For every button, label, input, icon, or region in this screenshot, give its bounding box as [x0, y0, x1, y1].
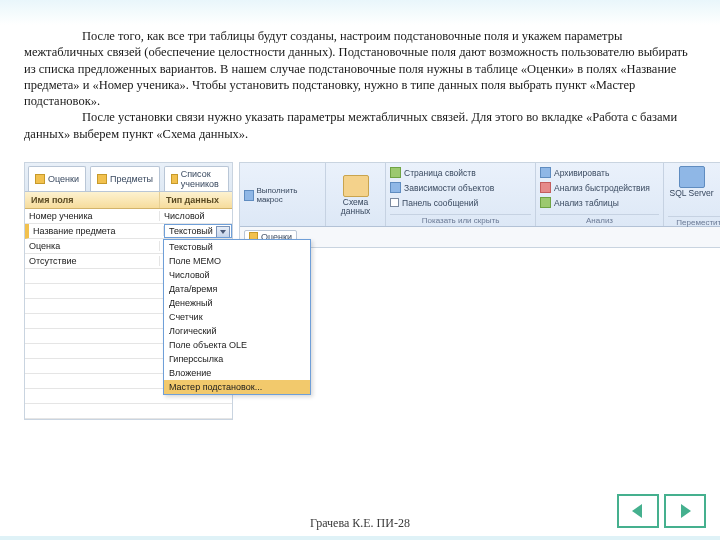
dd-item[interactable]: Числовой	[164, 268, 310, 282]
prev-slide-button[interactable]	[617, 494, 659, 528]
ribbon: Выполнить макрос Схема данных Страница с…	[240, 163, 720, 227]
small-btn[interactable]: Анализ быстродействия	[540, 181, 659, 195]
sql-label: SQL Server	[670, 189, 714, 198]
tab-label: Список учеников	[181, 169, 222, 189]
small-label: Страница свойств	[404, 168, 476, 178]
table-icon	[171, 174, 178, 184]
schema-button[interactable]: Схема данных	[330, 166, 381, 225]
cell-field: Номер ученика	[25, 211, 160, 221]
triangle-right-icon	[676, 502, 694, 520]
table-designer-screenshot: Оценки Предметы Список учеников Имя поля…	[24, 162, 233, 420]
dd-item[interactable]: Гиперссылка	[164, 352, 310, 366]
dropdown-button[interactable]	[216, 226, 230, 238]
cell-type: Числовой	[160, 211, 232, 221]
screenshots-row: Оценки Предметы Список учеников Имя поля…	[24, 162, 696, 420]
table-tabs: Оценки Предметы Список учеников	[25, 163, 232, 192]
next-slide-button[interactable]	[664, 494, 706, 528]
perf-icon	[540, 182, 551, 193]
group-caption: Анализ	[540, 214, 659, 225]
chevron-down-icon	[220, 230, 226, 234]
dd-item[interactable]: Поле МЕМО	[164, 254, 310, 268]
cell-field: Оценка	[25, 241, 160, 251]
body-text: После того, как все три таблицы будут со…	[0, 0, 720, 142]
dd-item-highlight[interactable]: Мастер подстановок...	[164, 380, 310, 394]
schema-icon	[343, 175, 369, 197]
group-caption: Переместить данные	[668, 216, 720, 227]
triangle-left-icon	[629, 502, 647, 520]
svg-marker-0	[220, 230, 226, 234]
ribbon-screenshot: Выполнить макрос Схема данных Страница с…	[239, 162, 720, 248]
header-data-type: Тип данных	[160, 192, 232, 208]
grid-header: Имя поля Тип данных	[25, 192, 232, 209]
paragraph-2: После установки связи нужно указать пара…	[24, 109, 696, 142]
small-label: Анализ таблицы	[554, 198, 619, 208]
cell-field: Отсутствие	[25, 256, 160, 266]
ribbon-group-macro: Выполнить макрос	[240, 163, 326, 226]
header-field-name: Имя поля	[25, 192, 160, 208]
ribbon-group-move: SQL Server База данных Access Переместит…	[664, 163, 720, 226]
small-btn[interactable]: Зависимости объектов	[390, 181, 531, 195]
archive-icon	[540, 167, 551, 178]
dd-item[interactable]: Поле объекта OLE	[164, 338, 310, 352]
dd-item[interactable]: Счетчик	[164, 310, 310, 324]
analyze-icon	[540, 197, 551, 208]
small-btn[interactable]: Архивировать	[540, 166, 659, 180]
footer-author: Грачева К.Е. ПИ-28	[0, 516, 720, 531]
table-icon	[97, 174, 107, 184]
macro-icon	[244, 190, 254, 201]
tab-ocenki[interactable]: Оценки	[28, 166, 86, 191]
sql-icon	[679, 166, 705, 188]
small-btn[interactable]: Панель сообщений	[390, 196, 531, 210]
dd-item[interactable]: Дата/время	[164, 282, 310, 296]
slide-nav	[617, 494, 706, 528]
cell-type-value: Текстовый	[169, 226, 213, 236]
dd-item[interactable]: Денежный	[164, 296, 310, 310]
table-row-selected[interactable]: Название предмета Текстовый	[25, 224, 232, 239]
lower-tabs: Оценки	[240, 227, 720, 247]
svg-marker-2	[681, 504, 691, 518]
schema-label: Схема данных	[330, 198, 381, 216]
datatype-dropdown[interactable]: Текстовый Поле МЕМО Числовой Дата/время …	[163, 239, 311, 395]
cell-type[interactable]: Текстовый	[164, 224, 232, 238]
grid-body: Номер ученика Числовой Название предмета…	[25, 209, 232, 419]
dd-item[interactable]: Текстовый	[164, 240, 310, 254]
ribbon-group-schema: Схема данных	[326, 163, 386, 226]
property-icon	[390, 167, 401, 178]
small-btn[interactable]: Страница свойств	[390, 166, 531, 180]
small-label: Архивировать	[554, 168, 609, 178]
checkbox-icon[interactable]	[390, 198, 399, 207]
group-caption: Показать или скрыть	[390, 214, 531, 225]
dd-item[interactable]: Вложение	[164, 366, 310, 380]
small-label: Анализ быстродействия	[554, 183, 650, 193]
tab-label: Оценки	[48, 174, 79, 184]
svg-marker-1	[632, 504, 642, 518]
table-icon	[35, 174, 45, 184]
table-row[interactable]	[25, 404, 232, 419]
cell-field: Название предмета	[29, 226, 164, 236]
tab-predmety[interactable]: Предметы	[90, 166, 160, 191]
deps-icon	[390, 182, 401, 193]
paragraph-1: После того, как все три таблицы будут со…	[24, 28, 696, 109]
ribbon-group-showhide: Страница свойств Зависимости объектов Па…	[386, 163, 536, 226]
small-label: Панель сообщений	[402, 198, 478, 208]
tab-spisok[interactable]: Список учеников	[164, 166, 229, 191]
small-btn[interactable]: Анализ таблицы	[540, 196, 659, 210]
tab-label: Предметы	[110, 174, 153, 184]
ribbon-group-analysis: Архивировать Анализ быстродействия Анали…	[536, 163, 664, 226]
bottom-stripe	[0, 536, 720, 540]
run-macro-label: Выполнить макрос	[256, 186, 321, 204]
small-label: Зависимости объектов	[404, 183, 494, 193]
sql-button[interactable]: SQL Server	[668, 166, 715, 198]
table-row[interactable]: Номер ученика Числовой	[25, 209, 232, 224]
dd-item[interactable]: Логический	[164, 324, 310, 338]
